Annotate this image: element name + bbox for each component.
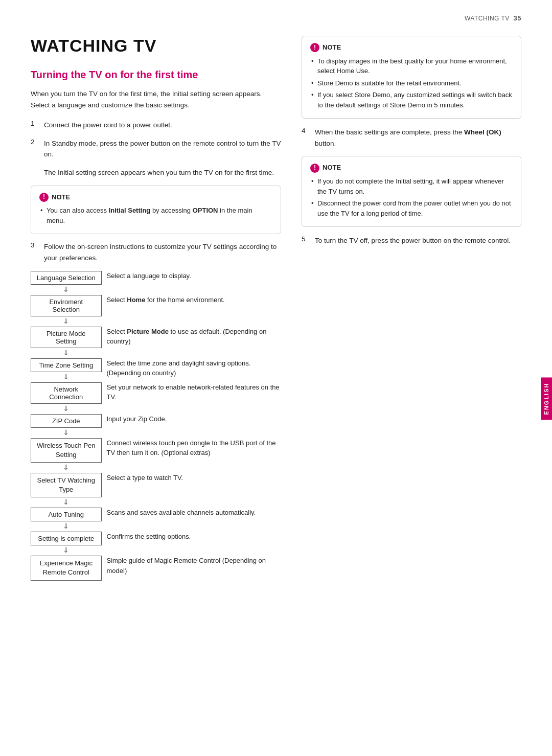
note2-item-2: Store Demo is suitable for the retail en… <box>310 78 513 88</box>
settings-box-cell: Network Connection⇓ <box>31 382 107 414</box>
step-2: 2 In Standby mode, press the power butto… <box>31 138 281 160</box>
step-3-num: 3 <box>31 241 39 263</box>
settings-desc-cell: Select a type to watch TV. <box>107 473 282 508</box>
settings-desc-cell: Select Home for the home environment. <box>107 295 282 327</box>
settings-label-box: Wireless Touch Pen Setting <box>31 438 102 463</box>
settings-label-box: Select TV Watching Type <box>31 473 102 497</box>
settings-desc-cell: Connect wireless touch pen dongle to the… <box>107 438 282 473</box>
settings-box-cell: Language Selection⇓ <box>31 271 107 295</box>
settings-label-box: Setting is complete <box>31 532 102 545</box>
step-5-num: 5 <box>302 235 310 246</box>
arrow-down-icon: ⇓ <box>31 545 102 555</box>
arrow-down-icon: ⇓ <box>31 348 102 357</box>
settings-label-box: Experience Magic Remote Control <box>31 556 102 580</box>
note-box-1: ! NOTE You can also access Initial Setti… <box>31 186 281 235</box>
section-title: Turning the TV on for the first time <box>31 68 281 81</box>
settings-box-cell: ZIP Code⇓ <box>31 414 107 438</box>
settings-box-cell: Auto Tuning⇓ <box>31 508 107 532</box>
settings-row: Auto Tuning⇓Scans and saves available ch… <box>31 508 281 532</box>
page-number: 35 <box>514 14 521 22</box>
note-icon-3: ! <box>310 164 319 173</box>
settings-box-cell: Enviroment Selection⇓ <box>31 295 107 327</box>
settings-row: Time Zone Setting⇓Select the time zone a… <box>31 358 281 382</box>
note3-item-1: If you do not complete the Initial setti… <box>310 176 513 196</box>
note2-item-3: If you select Store Demo, any customized… <box>310 90 513 110</box>
settings-row: Select TV Watching Type⇓Select a type to… <box>31 473 281 508</box>
settings-row: Wireless Touch Pen Setting⇓Connect wirel… <box>31 438 281 473</box>
arrow-down-icon: ⇓ <box>31 404 102 413</box>
settings-label-box: Enviroment Selection <box>31 295 102 316</box>
arrow-down-icon: ⇓ <box>31 497 102 507</box>
settings-box-cell: Setting is complete⇓ <box>31 532 107 556</box>
step-3: 3 Follow the on-screen instructions to c… <box>31 241 281 263</box>
note-header-1: ! NOTE <box>39 192 272 203</box>
watching-label: WATCHING TV <box>465 15 510 22</box>
right-column: ! NOTE To display images in the best qua… <box>302 36 521 586</box>
note-box-2: ! NOTE To display images in the best qua… <box>302 36 521 119</box>
settings-row: Network Connection⇓Set your network to e… <box>31 382 281 414</box>
english-tab: ENGLISH <box>541 378 552 420</box>
note-label-2: NOTE <box>323 42 341 53</box>
settings-row: Language Selection⇓Select a language to … <box>31 271 281 295</box>
note-list-1: You can also access Initial Setting by a… <box>39 205 272 225</box>
step-5-text: To turn the TV off, press the power butt… <box>315 235 511 246</box>
step-2-sub: The Initial setting screen appears when … <box>44 167 281 178</box>
note3-item-2: Disconnect the power cord from the power… <box>310 198 513 218</box>
settings-row: Experience Magic Remote ControlSimple gu… <box>31 556 281 581</box>
settings-desc-cell: Scans and saves available channels autom… <box>107 508 282 532</box>
intro-text: When you turn the TV on for the first ti… <box>31 88 281 110</box>
settings-label-box: Time Zone Setting <box>31 358 102 372</box>
note-label-3: NOTE <box>323 163 341 173</box>
note-list-3: If you do not complete the Initial setti… <box>310 176 513 218</box>
page-header: WATCHING TV 35 <box>465 14 521 22</box>
step-1-text: Connect the power cord to a power outlet… <box>44 120 172 131</box>
left-column: WATCHING TV Turning the TV on for the fi… <box>31 36 281 586</box>
settings-label-box: Picture Mode Setting <box>31 327 102 348</box>
settings-box-cell: Experience Magic Remote Control <box>31 556 107 581</box>
settings-label-box: Language Selection <box>31 271 102 285</box>
settings-row: Enviroment Selection⇓Select Home for the… <box>31 295 281 327</box>
step-4: 4 When the basic settings are complete, … <box>302 127 521 149</box>
settings-box-cell: Wireless Touch Pen Setting⇓ <box>31 438 107 473</box>
step-5: 5 To turn the TV off, press the power bu… <box>302 235 521 246</box>
arrow-down-icon: ⇓ <box>31 316 102 326</box>
page-title: WATCHING TV <box>31 36 281 56</box>
settings-desc-cell: Simple guide of Magic Remote Control (De… <box>107 556 282 581</box>
settings-desc-cell: Select Picture Mode to use as default. (… <box>107 327 282 358</box>
settings-row: Picture Mode Setting⇓Select Picture Mode… <box>31 327 281 358</box>
step-1-num: 1 <box>31 120 39 131</box>
arrow-down-icon: ⇓ <box>31 521 102 531</box>
note-box-3: ! NOTE If you do not complete the Initia… <box>302 156 521 227</box>
note-label-1: NOTE <box>52 192 70 203</box>
settings-box-cell: Picture Mode Setting⇓ <box>31 327 107 358</box>
step-4-text: When the basic settings are complete, pr… <box>315 127 521 149</box>
settings-box-cell: Select TV Watching Type⇓ <box>31 473 107 508</box>
settings-box-cell: Time Zone Setting⇓ <box>31 358 107 382</box>
settings-label-box: Network Connection <box>31 382 102 404</box>
settings-row: Setting is complete⇓Confirms the setting… <box>31 532 281 556</box>
note-icon-1: ! <box>39 193 49 202</box>
arrow-down-icon: ⇓ <box>31 285 102 294</box>
arrow-down-icon: ⇓ <box>31 463 102 472</box>
arrow-down-icon: ⇓ <box>31 372 102 381</box>
settings-table: Language Selection⇓Select a language to … <box>31 271 281 582</box>
step-4-num: 4 <box>302 127 310 149</box>
settings-row: ZIP Code⇓Input your Zip Code. <box>31 414 281 438</box>
arrow-down-icon: ⇓ <box>31 428 102 437</box>
note-header-2: ! NOTE <box>310 42 513 53</box>
settings-desc-cell: Select the time zone and daylight saving… <box>107 358 282 382</box>
settings-label-box: ZIP Code <box>31 414 102 428</box>
note2-item-1: To display images in the best quality fo… <box>310 56 513 76</box>
step-1: 1 Connect the power cord to a power outl… <box>31 120 281 131</box>
note-icon-2: ! <box>310 43 319 52</box>
settings-desc-cell: Confirms the setting options. <box>107 532 282 556</box>
note-list-2: To display images in the best quality fo… <box>310 56 513 110</box>
step-2-text: In Standby mode, press the power button … <box>44 138 281 160</box>
note1-item-1: You can also access Initial Setting by a… <box>39 205 272 225</box>
step-3-text: Follow the on-screen instructions to cus… <box>44 241 281 263</box>
settings-desc-cell: Input your Zip Code. <box>107 414 282 438</box>
settings-desc-cell: Set your network to enable network-relat… <box>107 382 282 414</box>
note-header-3: ! NOTE <box>310 163 513 173</box>
settings-desc-cell: Select a language to display. <box>107 271 282 295</box>
step-2-num: 2 <box>31 138 39 160</box>
